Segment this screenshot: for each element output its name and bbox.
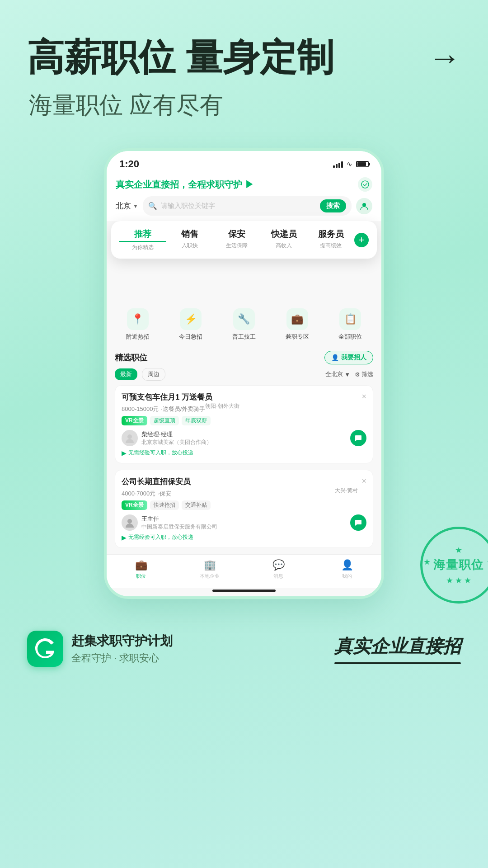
job-location-1: 朝阳·朝外大街 [205,402,239,410]
tab-sales[interactable]: 销售 入职快 [166,228,213,250]
job-recruiter-2: 王主任 中国新泰启胜保安服务有限公司 [122,514,366,531]
profile-nav-label: 我的 [342,573,352,580]
recruiter-info-1: 柴经理·经理 北京京城美家（美团合作商） [141,430,347,446]
hero-subtitle: 海量职位 应有尽有 [27,90,461,121]
job-note-2: ▶ 无需经验可入职，放心投递 [122,533,366,541]
local-nav-icon: 🏢 [204,559,216,571]
status-bar: 1:20 ∿ [107,151,381,174]
brand-logo [27,631,63,667]
nav-message[interactable]: 💬 消息 [244,559,313,580]
location-button[interactable]: 北京 ▼ [116,201,138,211]
app-header: 真实企业直接招，全程求职守护 ▶ 北京 ▼ 🔍 请输入职位关键字 搜索 [107,174,381,221]
nav-profile[interactable]: 👤 我的 [313,559,381,580]
filter-location[interactable]: 全北京 ▼ [325,370,350,378]
nav-parttime[interactable]: 💼 兼职专区 [286,308,309,341]
svg-point-0 [361,181,369,188]
chat-button-1[interactable] [350,430,366,446]
nav-all[interactable]: 📋 全部职位 [338,308,362,341]
nav-jobs[interactable]: 💼 职位 [107,559,175,580]
hire-button[interactable]: 👤 我要招人 [324,351,373,364]
tab-recommend-sub: 为你精选 [119,244,166,251]
jobs-nav-icon: 💼 [135,559,147,571]
stamp-top-star: ★ [455,545,462,555]
app-title: 真实企业直接招，全程求职守护 ▶ [116,179,254,191]
caret-icon: ▼ [133,203,138,209]
verified-icon[interactable] [358,177,372,192]
filter-new[interactable]: 最新 [115,368,137,380]
urgent-icon: ⚡ [180,308,202,330]
footer-right: 真实企业直接招 [334,634,461,664]
profile-nav-icon: 👤 [341,559,353,571]
filter-nearby[interactable]: 周边 [142,368,165,381]
search-row: 北京 ▼ 🔍 请输入职位关键字 搜索 [116,196,372,216]
hero-arrow[interactable]: → [428,39,461,76]
job-card-2[interactable]: 公司长期直招保安员 4000-7000元 ·保安 大兴·黄村 VR [115,470,373,548]
message-nav-label: 消息 [273,573,283,580]
tag-vr-2: VR全景 [122,500,147,510]
parttime-icon: 💼 [286,308,308,330]
quick-nav: 📍 附近热招 ⚡ 今日急招 🔧 普工技工 💼 兼职专区 📋 全部职位 [107,299,381,345]
recruiter-avatar-2 [122,514,138,531]
svg-point-3 [127,519,132,524]
chat-button-2[interactable] [350,514,366,531]
recruiter-avatar-1 [122,430,138,446]
tag-top-1: 超级直顶 [150,416,179,425]
nav-worker[interactable]: 🔧 普工技工 [232,308,256,341]
search-button[interactable]: 搜索 [320,199,346,212]
brand-name: 赶集求职守护计划 [71,632,173,650]
tab-delivery[interactable]: 快递员 高收入 [260,228,307,250]
stamp-bottom-stars: ★ ★ ★ [446,576,471,585]
close-icon-2[interactable]: × [361,476,366,486]
section-header: 精选职位 👤 我要招人 [107,345,381,368]
footer-left: 赶集求职守护计划 全程守护 · 求职安心 [27,631,173,667]
job-title-1: 可预支包车住月1 万送餐员 [122,392,239,402]
hero-section: 高薪职位 量身定制 → 海量职位 应有尽有 [0,0,488,130]
hire-icon: 👤 [331,354,339,361]
message-nav-icon: 💬 [272,559,285,571]
tab-security[interactable]: 保安 生活保障 [213,228,260,250]
category-tabs: 推荐 为你精选 销售 入职快 保安 生活保障 快递员 高收入 [119,228,369,251]
app-title-row: 真实企业直接招，全程求职守护 ▶ [116,177,372,192]
search-placeholder: 请输入职位关键字 [161,202,316,210]
job-card-1[interactable]: 可预支包车住月1 万送餐员 8000-15000元 ·送餐员/外卖骑手 朝阳·朝… [115,385,373,463]
tab-waiter[interactable]: 服务员 提高绩效 [307,228,354,250]
stamp-circle: ★ ★ 海量职位 ★ ★ ★ ★ [420,527,488,604]
user-avatar[interactable] [356,198,372,214]
stamp-left-star: ★ [423,557,431,573]
slogan-underline [334,662,461,664]
tab-waiter-label: 服务员 [307,228,354,240]
nav-worker-label: 普工技工 [232,333,256,341]
slogan-text: 真实企业直接招 [334,634,461,659]
worker-icon: 🔧 [233,308,255,330]
recruiter-name-2: 王主任 [141,515,347,523]
job-title-2: 公司长期直招保安员 [122,476,358,487]
signal-icon [333,160,343,168]
nav-urgent-label: 今日急招 [179,333,202,341]
tab-security-label: 保安 [213,228,260,240]
nav-urgent[interactable]: ⚡ 今日急招 [179,308,202,341]
filter-button[interactable]: ⚙ 筛选 [355,370,373,378]
status-icons: ∿ [333,160,369,168]
arrow-icon-2: ▶ [122,534,127,541]
tab-recommend[interactable]: 推荐 为你精选 [119,228,166,251]
recruiter-company-2: 中国新泰启胜保安服务有限公司 [141,523,347,531]
job-tags-2: VR全景 快速抢招 交通补贴 [122,500,358,510]
local-nav-label: 本地企业 [200,573,220,580]
add-category-button[interactable]: + [354,233,369,247]
job-salary-1: 8000-15000元 ·送餐员/外卖骑手 [122,404,205,413]
nav-nearby[interactable]: 📍 附近热招 [126,308,150,341]
nav-local[interactable]: 🏢 本地企业 [175,559,244,580]
phone-wrapper: 1:20 ∿ 真实企业直接招，全程求职守护 ▶ [0,148,488,599]
search-icon: 🔍 [148,202,157,210]
section-title: 精选职位 [115,352,147,363]
hero-title-text: 高薪职位 量身定制 [27,36,334,79]
close-icon-1[interactable]: × [361,392,366,401]
job-note-1: ▶ 无需经验可入职，放心投递 [122,449,366,457]
filter-icon: ⚙ [355,371,360,378]
battery-icon [356,161,369,167]
location-caret-icon: ▼ [344,371,350,378]
jobs-nav-label: 职位 [136,573,146,580]
footer-section: 赶集求职守护计划 全程守护 · 求职安心 真实企业直接招 [0,608,488,694]
nav-parttime-label: 兼职专区 [286,333,309,341]
tab-sales-label: 销售 [166,228,213,240]
